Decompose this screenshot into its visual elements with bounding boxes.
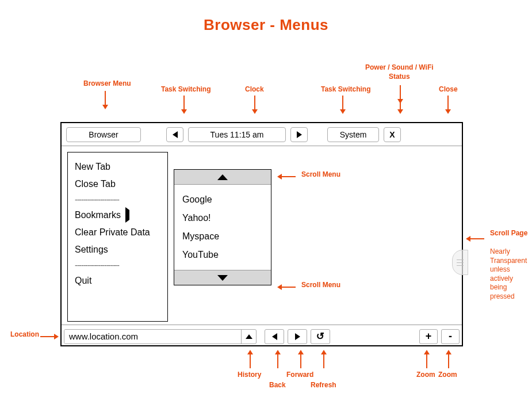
annot-scroll-page-note: Nearly Transparent unless actively being…: [490, 247, 532, 302]
forward-button[interactable]: [288, 329, 307, 344]
arrow-icon: [424, 350, 430, 368]
bookmark-item-google[interactable]: Google: [182, 190, 263, 209]
scroll-page-handle[interactable]: [452, 250, 468, 275]
history-dropdown-button[interactable]: [241, 330, 256, 344]
annot-scroll-menu-top: Scroll Menu: [301, 170, 340, 180]
close-label: X: [389, 130, 395, 139]
menu-item-close-tab[interactable]: Close Tab: [75, 176, 160, 193]
submenu-arrow-icon: [125, 210, 129, 220]
menu-separator: ---------------------: [75, 193, 160, 207]
zoom-out-label: -: [449, 330, 452, 342]
bookmark-item-myspace[interactable]: Myspace: [182, 227, 263, 246]
page-title: Browser - Menus: [0, 16, 532, 34]
location-input[interactable]: [64, 330, 241, 344]
arrow-icon: [298, 350, 304, 368]
arrow-icon: [277, 284, 296, 290]
menu-item-label: Close Tab: [75, 179, 116, 189]
menu-item-bookmarks[interactable]: Bookmarks: [75, 207, 160, 224]
task-switch-next-button[interactable]: [290, 127, 308, 142]
task-switch-prev-button[interactable]: [166, 127, 183, 142]
menu-item-quit[interactable]: Quit: [75, 272, 160, 289]
zoom-in-label: +: [426, 330, 432, 342]
annot-zoom-out: Zoom: [438, 371, 457, 380]
back-button[interactable]: [265, 329, 284, 344]
arrow-icon: [321, 350, 327, 368]
menu-item-label: Bookmarks: [75, 210, 121, 220]
location-bar: [64, 329, 257, 344]
annot-history: History: [238, 371, 261, 380]
menu-item-label: Settings: [75, 245, 108, 255]
bookmark-item-yahoo[interactable]: Yahoo!: [182, 209, 263, 227]
arrow-icon: [40, 334, 59, 339]
content-area: New Tab Close Tab --------------------- …: [62, 146, 462, 325]
browser-menu-button[interactable]: Browser: [66, 127, 141, 142]
zoom-out-button[interactable]: -: [441, 329, 460, 344]
bookmarks-submenu: Google Yahoo! Myspace YouTube: [174, 169, 271, 285]
refresh-icon: ↻: [316, 330, 324, 342]
submenu-scroll-down-button[interactable]: [174, 270, 271, 285]
arrow-icon: [102, 91, 108, 109]
browser-menu-label: Browser: [89, 130, 118, 139]
bookmark-label: Myspace: [182, 231, 219, 241]
annot-forward: Forward: [286, 371, 313, 380]
top-bar: Browser Tues 11:15 am System X: [62, 123, 462, 146]
zoom-in-button[interactable]: +: [419, 329, 438, 344]
chevron-right-icon: [297, 131, 302, 138]
menu-item-settings[interactable]: Settings: [75, 241, 160, 258]
browser-menu-dropdown: New Tab Close Tab --------------------- …: [67, 152, 168, 322]
nav-group: ↻: [265, 329, 334, 344]
chevron-left-icon: [173, 131, 178, 138]
annot-location: Location: [10, 330, 39, 339]
arrow-icon: [277, 174, 296, 180]
menu-item-label: New Tab: [75, 162, 110, 172]
triangle-up-icon: [217, 174, 228, 180]
bookmark-item-youtube[interactable]: YouTube: [182, 246, 263, 264]
menu-item-new-tab[interactable]: New Tab: [75, 158, 160, 176]
arrow-icon: [466, 236, 484, 242]
annot-power-sound-wifi: Power / Sound / WiFi Status: [365, 63, 434, 81]
clock-label: Tues 11:15 am: [210, 130, 264, 139]
annot-scroll-menu-bottom: Scroll Menu: [301, 281, 340, 290]
browser-window: Browser Tues 11:15 am System X New Tab C…: [60, 122, 463, 346]
bottom-bar: ↻ + -: [62, 325, 462, 348]
triangle-up-icon: [246, 334, 252, 339]
arrow-icon: [340, 96, 346, 114]
refresh-button[interactable]: ↻: [311, 329, 330, 344]
annot-clock: Clock: [245, 85, 264, 94]
bookmark-label: Yahoo!: [182, 213, 211, 223]
close-button[interactable]: X: [384, 127, 401, 142]
bookmark-label: YouTube: [182, 250, 219, 260]
arrow-icon: [247, 350, 253, 368]
annot-task-switching-left: Task Switching: [161, 85, 210, 94]
arrow-icon: [446, 350, 451, 368]
arrow-icon: [181, 96, 187, 114]
annot-browser-menu: Browser Menu: [83, 79, 131, 89]
arrow-icon: [445, 96, 451, 114]
menu-separator: ---------------------: [75, 258, 160, 272]
arrow-icon: [252, 96, 258, 114]
menu-item-label: Quit: [75, 276, 91, 286]
chevron-right-icon: [295, 333, 300, 340]
zoom-group: + -: [416, 329, 460, 344]
annot-close: Close: [439, 85, 458, 94]
annot-scroll-page: Scroll Page: [490, 229, 527, 238]
system-label: System: [340, 130, 367, 139]
annot-refresh: Refresh: [311, 381, 336, 390]
annot-task-switching-right: Task Switching: [321, 85, 370, 94]
annot-back: Back: [269, 381, 286, 390]
annot-zoom-in: Zoom: [416, 371, 435, 380]
menu-item-clear-private-data[interactable]: Clear Private Data: [75, 224, 160, 241]
submenu-body: Google Yahoo! Myspace YouTube: [174, 185, 271, 270]
menu-item-label: Clear Private Data: [75, 227, 150, 238]
bookmark-label: Google: [182, 194, 212, 204]
clock-button[interactable]: Tues 11:15 am: [188, 127, 286, 142]
submenu-scroll-up-button[interactable]: [174, 170, 271, 185]
system-status-button[interactable]: System: [327, 127, 379, 142]
chevron-left-icon: [272, 333, 277, 340]
arrow-icon: [275, 350, 281, 368]
arrow-icon: [397, 85, 403, 114]
triangle-down-icon: [217, 275, 228, 281]
